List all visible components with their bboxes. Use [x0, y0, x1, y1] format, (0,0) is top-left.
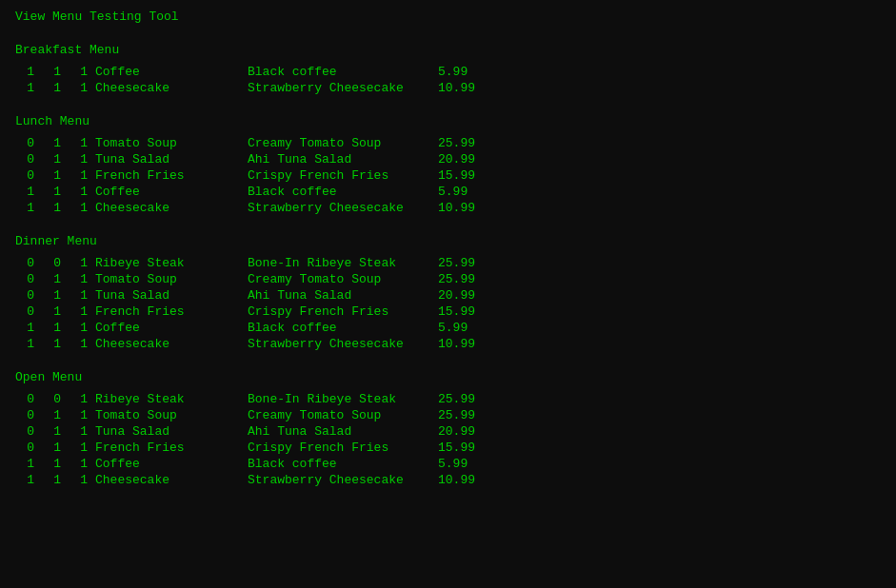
- col-price: 10.99: [438, 337, 495, 351]
- col-variant-name: Strawberry Cheesecake: [248, 81, 438, 95]
- table-row: 011Tomato SoupCreamy Tomato Soup25.99: [15, 136, 881, 150]
- col-c2: 1: [42, 136, 61, 150]
- table-row: 111CoffeeBlack coffee5.99: [15, 457, 881, 471]
- col-c1: 0: [15, 392, 34, 406]
- col-c1: 1: [15, 81, 34, 95]
- col-item-name: Cheesecake: [95, 473, 248, 487]
- col-variant-name: Ahi Tuna Salad: [248, 424, 438, 439]
- col-variant-name: Crispy French Fries: [248, 168, 438, 183]
- col-price: 25.99: [438, 392, 495, 406]
- col-variant-name: Strawberry Cheesecake: [248, 201, 438, 215]
- col-price: 25.99: [438, 408, 495, 422]
- col-c1: 1: [15, 321, 34, 335]
- col-c1: 1: [15, 473, 34, 487]
- col-c3: 1: [69, 304, 88, 319]
- col-variant-name: Black coffee: [248, 321, 438, 335]
- col-item-name: Tuna Salad: [95, 152, 248, 167]
- col-c2: 1: [42, 65, 61, 79]
- table-row: 111CheesecakeStrawberry Cheesecake10.99: [15, 81, 881, 95]
- col-price: 15.99: [438, 168, 495, 183]
- col-variant-name: Ahi Tuna Salad: [248, 152, 438, 167]
- col-price: 15.99: [438, 441, 495, 455]
- col-price: 10.99: [438, 473, 495, 487]
- col-variant-name: Bone-In Ribeye Steak: [248, 256, 438, 270]
- col-price: 5.99: [438, 185, 495, 199]
- col-variant-name: Creamy Tomato Soup: [248, 136, 438, 150]
- col-c1: 0: [15, 152, 34, 167]
- col-item-name: Coffee: [95, 65, 248, 79]
- col-price: 20.99: [438, 424, 495, 439]
- col-c1: 0: [15, 168, 34, 183]
- section-title-breakfast: Breakfast Menu: [15, 43, 881, 57]
- col-c3: 1: [69, 152, 88, 167]
- col-price: 25.99: [438, 136, 495, 150]
- col-variant-name: Strawberry Cheesecake: [248, 337, 438, 351]
- col-c1: 0: [15, 441, 34, 455]
- col-variant-name: Bone-In Ribeye Steak: [248, 392, 438, 406]
- col-item-name: French Fries: [95, 304, 248, 319]
- col-variant-name: Crispy French Fries: [248, 441, 438, 455]
- col-item-name: Coffee: [95, 321, 248, 335]
- section-lunch: Lunch Menu011Tomato SoupCreamy Tomato So…: [15, 114, 881, 215]
- col-item-name: Tomato Soup: [95, 136, 248, 150]
- col-c2: 1: [42, 441, 61, 455]
- col-price: 20.99: [438, 288, 495, 303]
- col-c2: 1: [42, 168, 61, 183]
- table-row: 011Tuna SaladAhi Tuna Salad20.99: [15, 288, 881, 303]
- col-c2: 1: [42, 473, 61, 487]
- col-c1: 0: [15, 288, 34, 303]
- col-price: 25.99: [438, 272, 495, 286]
- col-c3: 1: [69, 256, 88, 270]
- col-c2: 1: [42, 288, 61, 303]
- col-c2: 1: [42, 152, 61, 167]
- col-c3: 1: [69, 457, 88, 471]
- col-c2: 1: [42, 201, 61, 215]
- col-c3: 1: [69, 408, 88, 422]
- col-c2: 1: [42, 81, 61, 95]
- col-c1: 1: [15, 65, 34, 79]
- col-c2: 1: [42, 321, 61, 335]
- col-item-name: Tuna Salad: [95, 288, 248, 303]
- col-item-name: Cheesecake: [95, 81, 248, 95]
- col-c2: 1: [42, 424, 61, 439]
- col-c2: 1: [42, 272, 61, 286]
- col-c3: 1: [69, 321, 88, 335]
- table-row: 001Ribeye SteakBone-In Ribeye Steak25.99: [15, 392, 881, 406]
- section-title-open: Open Menu: [15, 370, 881, 384]
- col-variant-name: Strawberry Cheesecake: [248, 473, 438, 487]
- col-item-name: Coffee: [95, 457, 248, 471]
- table-row: 011French FriesCrispy French Fries15.99: [15, 304, 881, 319]
- col-c3: 1: [69, 168, 88, 183]
- col-item-name: Tomato Soup: [95, 272, 248, 286]
- col-c1: 0: [15, 256, 34, 270]
- table-row: 111CheesecakeStrawberry Cheesecake10.99: [15, 201, 881, 215]
- col-price: 5.99: [438, 457, 495, 471]
- col-item-name: Ribeye Steak: [95, 256, 248, 270]
- col-c3: 1: [69, 392, 88, 406]
- col-c3: 1: [69, 272, 88, 286]
- col-item-name: Ribeye Steak: [95, 392, 248, 406]
- col-item-name: Cheesecake: [95, 201, 248, 215]
- table-row: 111CoffeeBlack coffee5.99: [15, 65, 881, 79]
- col-item-name: Coffee: [95, 185, 248, 199]
- table-row: 111CoffeeBlack coffee5.99: [15, 185, 881, 199]
- col-item-name: Cheesecake: [95, 337, 248, 351]
- col-c3: 1: [69, 65, 88, 79]
- col-c1: 1: [15, 337, 34, 351]
- col-c3: 1: [69, 337, 88, 351]
- table-row: 111CoffeeBlack coffee5.99: [15, 321, 881, 335]
- col-variant-name: Black coffee: [248, 457, 438, 471]
- col-c2: 1: [42, 408, 61, 422]
- table-row: 111CheesecakeStrawberry Cheesecake10.99: [15, 473, 881, 487]
- section-title-lunch: Lunch Menu: [15, 114, 881, 128]
- col-c2: 1: [42, 304, 61, 319]
- table-row: 011French FriesCrispy French Fries15.99: [15, 441, 881, 455]
- col-c2: 0: [42, 256, 61, 270]
- col-price: 5.99: [438, 321, 495, 335]
- col-variant-name: Black coffee: [248, 65, 438, 79]
- col-c1: 0: [15, 408, 34, 422]
- table-row: 001Ribeye SteakBone-In Ribeye Steak25.99: [15, 256, 881, 270]
- col-variant-name: Crispy French Fries: [248, 304, 438, 319]
- col-c1: 1: [15, 201, 34, 215]
- col-item-name: French Fries: [95, 441, 248, 455]
